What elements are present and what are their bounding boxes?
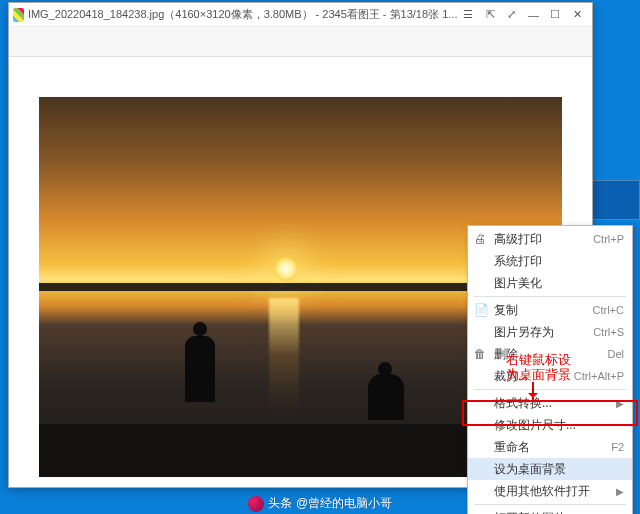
menu-item-icon xyxy=(474,462,488,476)
menu-item-shortcut: Ctrl+S xyxy=(593,326,624,338)
menu-item[interactable]: 🗑删除Del xyxy=(468,343,632,365)
menu-item-label: 图片另存为 xyxy=(494,324,585,341)
menu-item[interactable]: 裁剪...Ctrl+Alt+P xyxy=(468,365,632,387)
attribution-footer: 头条 @曾经的电脑小哥 xyxy=(0,495,640,512)
menu-item[interactable]: 📄复制Ctrl+C xyxy=(468,299,632,321)
context-menu: 🖨高级打印Ctrl+P系统打印图片美化📄复制Ctrl+C图片另存为Ctrl+S🗑… xyxy=(467,225,633,514)
menu-item-icon xyxy=(474,276,488,290)
menu-item-icon xyxy=(474,325,488,339)
menu-item-icon xyxy=(474,418,488,432)
menu-separator xyxy=(474,389,626,390)
annotation-arrow xyxy=(532,382,534,402)
menu-item-label: 图片美化 xyxy=(494,275,624,292)
menu-item-shortcut: F2 xyxy=(611,441,624,453)
menu-item-label: 设为桌面背景 xyxy=(494,461,624,478)
options-button[interactable]: ☰ xyxy=(457,5,479,25)
menu-item-label: 修改图片尺寸... xyxy=(494,417,624,434)
minimize-button[interactable]: — xyxy=(523,5,545,25)
fullscreen-button[interactable]: ⤢ xyxy=(501,5,523,25)
menu-item-icon xyxy=(474,396,488,410)
menu-item-label: 重命名 xyxy=(494,439,603,456)
menu-item[interactable]: 修改图片尺寸... xyxy=(468,414,632,436)
menu-item-icon: 🗑 xyxy=(474,347,488,361)
app-icon xyxy=(13,8,24,22)
menu-item-label: 裁剪... xyxy=(494,368,566,385)
menu-item[interactable]: 图片另存为Ctrl+S xyxy=(468,321,632,343)
author-avatar xyxy=(248,496,264,512)
close-button[interactable]: ✕ xyxy=(566,5,588,25)
toolbar xyxy=(9,27,592,57)
attribution-prefix: 头条 xyxy=(268,495,292,512)
chevron-right-icon: ▶ xyxy=(616,398,624,409)
menu-item-shortcut: Ctrl+Alt+P xyxy=(574,370,624,382)
menu-item-label: 系统打印 xyxy=(494,253,624,270)
menu-item-label: 复制 xyxy=(494,302,585,319)
menu-item-icon xyxy=(474,254,488,268)
menu-item[interactable]: 🖨高级打印Ctrl+P xyxy=(468,228,632,250)
menu-item[interactable]: 系统打印 xyxy=(468,250,632,272)
menu-item-label: 删除 xyxy=(494,346,599,363)
menu-item-label: 高级打印 xyxy=(494,231,585,248)
menu-item[interactable]: 重命名F2 xyxy=(468,436,632,458)
menu-item-icon: 📄 xyxy=(474,303,488,317)
menu-item-icon: 🖨 xyxy=(474,232,488,246)
titlebar[interactable]: IMG_20220418_184238.jpg（4160×3120像素，3.80… xyxy=(9,3,592,27)
menu-item-shortcut: Ctrl+C xyxy=(593,304,624,316)
menu-item-shortcut: Ctrl+P xyxy=(593,233,624,245)
attribution-handle: @曾经的电脑小哥 xyxy=(296,495,392,512)
menu-item[interactable]: 格式转换...▶ xyxy=(468,392,632,414)
maximize-button[interactable]: ☐ xyxy=(545,5,567,25)
menu-item[interactable]: 图片美化 xyxy=(468,272,632,294)
menu-item-label: 格式转换... xyxy=(494,395,610,412)
window-title: IMG_20220418_184238.jpg（4160×3120像素，3.80… xyxy=(28,7,458,22)
menu-item-icon xyxy=(474,440,488,454)
menu-item[interactable]: 设为桌面背景 xyxy=(468,458,632,480)
menu-item-shortcut: Del xyxy=(607,348,624,360)
pin-button[interactable]: ⇱ xyxy=(479,5,501,25)
menu-item-icon xyxy=(474,369,488,383)
menu-separator xyxy=(474,296,626,297)
